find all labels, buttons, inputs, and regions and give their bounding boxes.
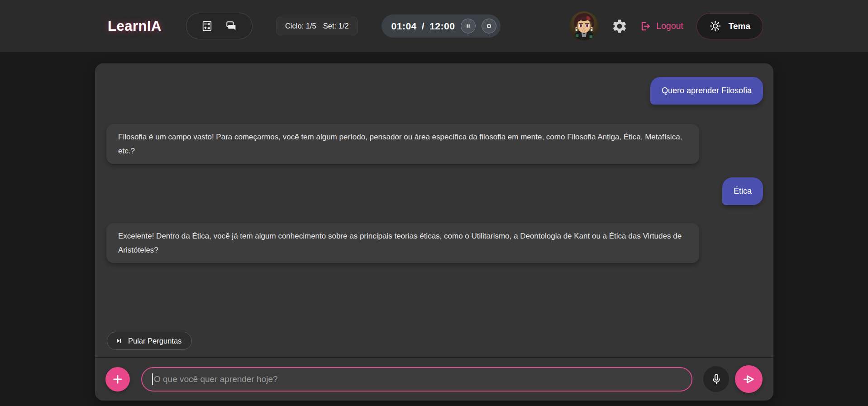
chat-container: Quero aprender Filosofia Filosofia é um … [95, 63, 773, 401]
logout-icon [639, 20, 651, 32]
user-message: Ética [722, 177, 763, 205]
timer-total: 12:00 [429, 21, 455, 32]
skip-questions-label: Pular Perguntas [128, 337, 181, 345]
app-logo: LearnIA [108, 18, 162, 34]
theme-label: Tema [729, 21, 750, 31]
set-label: Set: 1/2 [323, 22, 349, 30]
timer-elapsed: 01:04 [391, 21, 417, 32]
app-root: LearnIA Ciclo: 1/5 Set: 1/2 [0, 0, 868, 52]
timer: 01:04 / 12:00 [382, 14, 501, 38]
exercises-button[interactable] [201, 20, 213, 32]
skip-forward-icon [114, 337, 123, 345]
stop-icon [486, 23, 492, 29]
text-caret [152, 373, 153, 385]
gear-icon [611, 18, 628, 34]
logout-label: Logout [656, 21, 683, 31]
sun-icon [709, 20, 721, 32]
header-tools-group [186, 13, 253, 39]
logout-button[interactable]: Logout [639, 20, 683, 32]
message-input[interactable] [141, 367, 692, 392]
settings-button[interactable] [611, 18, 628, 34]
plus-icon [111, 373, 124, 386]
microphone-icon [710, 373, 723, 386]
assistant-message: Filosofia é um campo vasto! Para começar… [106, 124, 699, 164]
chat-history-button[interactable] [225, 20, 237, 32]
avatar[interactable] [569, 11, 599, 41]
calculator-icon [201, 20, 213, 32]
pause-button[interactable] [461, 19, 476, 33]
send-button[interactable] [735, 365, 763, 393]
message-input-wrap [141, 367, 692, 392]
stop-button[interactable] [482, 19, 496, 33]
timer-separator: / [422, 21, 424, 32]
top-bar: LearnIA Ciclo: 1/5 Set: 1/2 [0, 0, 868, 52]
add-button[interactable] [105, 367, 130, 392]
session-status: Ciclo: 1/5 Set: 1/2 [276, 17, 358, 35]
pause-icon [465, 23, 472, 29]
send-icon [742, 373, 756, 386]
mic-button[interactable] [703, 366, 729, 392]
user-message: Quero aprender Filosofia [650, 77, 763, 105]
cycle-label: Ciclo: 1/5 [285, 22, 316, 30]
forum-icon [225, 20, 237, 32]
assistant-message: Excelente! Dentro da Ética, você já tem … [106, 223, 699, 263]
avatar-image [569, 11, 599, 41]
input-bar [95, 357, 773, 401]
theme-toggle-button[interactable]: Tema [696, 13, 763, 39]
skip-questions-button[interactable]: Pular Perguntas [107, 332, 192, 350]
messages-area: Quero aprender Filosofia Filosofia é um … [95, 63, 773, 357]
